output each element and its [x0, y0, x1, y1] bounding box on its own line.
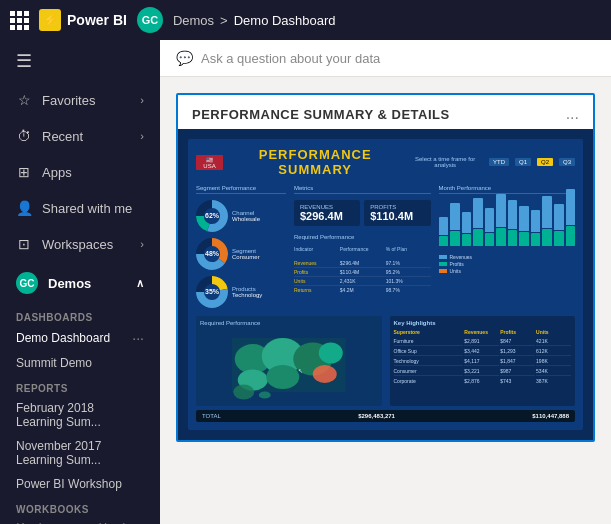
demos-avatar: GC: [16, 272, 38, 294]
key-highlights-container: Key Highlights Superstore Revenues Profi…: [390, 316, 576, 406]
section-title-reports: REPORTS: [0, 375, 160, 396]
bar-profit: [462, 234, 472, 246]
sidebar-item-report-pbi[interactable]: Power BI Workshop: [0, 472, 160, 496]
total-profits: $110,447,888: [532, 413, 569, 419]
required-perf-label: Required Performance: [294, 234, 431, 240]
report-label-nov: November 2017 Learning Sum...: [16, 439, 144, 467]
sidebar-item-report-nov[interactable]: November 2017 Learning Sum...: [0, 434, 160, 472]
segment-metric: 48% Segment Consumer: [196, 238, 286, 270]
main-layout: ☰ ☆ Favorites › ⏱ Recent › ⊞ Apps 👤 Shar…: [0, 40, 611, 524]
content-area: 💬 Ask a question about your data PERFORM…: [160, 40, 611, 524]
bar-group: [496, 194, 506, 246]
section-title-dashboards: DASHBOARDS: [0, 304, 160, 325]
bar-profit: [519, 232, 529, 246]
us-map-container: Required Performance: [196, 316, 382, 406]
sidebar-label-recent: Recent: [42, 129, 83, 144]
row-consumer-prof: $987: [500, 367, 535, 376]
segment-column: Segment Performance 62%: [196, 185, 286, 308]
row-corporate-rev: $2,876: [464, 377, 499, 385]
svg-point-16: [319, 343, 343, 364]
row-office-units: 612K: [536, 347, 571, 356]
perf-title-bar: 🇺🇸 USA PERFORMANCE SUMMARY Select a time…: [196, 147, 575, 177]
chart-column: Month Performance Revenues Profit: [439, 185, 576, 308]
flag-icon: 🇺🇸 USA: [196, 155, 223, 170]
table-row: Revenues$296.4M97.1%: [294, 259, 431, 268]
sidebar-item-demo-dashboard[interactable]: Demo Dashboard ···: [0, 325, 160, 351]
performance-summary-visual[interactable]: 🇺🇸 USA PERFORMANCE SUMMARY Select a time…: [178, 129, 593, 440]
workspace-icon: ⊡: [16, 236, 32, 252]
star-icon: ☆: [16, 92, 32, 108]
bar-group: [554, 204, 564, 246]
col-superstore: Superstore: [394, 328, 464, 336]
sidebar-label-favorites: Favorites: [42, 93, 95, 108]
breadcrumb-page: Demo Dashboard: [234, 13, 336, 28]
perf-cols-header: IndicatorPerformance% of Plan: [294, 246, 431, 252]
sidebar-item-shared[interactable]: 👤 Shared with me: [0, 190, 160, 226]
col-revenues: Revenues: [464, 328, 499, 336]
bar-revenue: [519, 206, 529, 231]
segment-sub: Consumer: [232, 254, 260, 260]
svg-text:↖: ↖: [298, 368, 303, 374]
user-avatar[interactable]: GC: [137, 7, 163, 33]
svg-point-21: [259, 391, 271, 398]
legend-item-units: Units: [439, 268, 576, 274]
us-map-svg: ↖: [200, 329, 378, 404]
card-options-button[interactable]: ...: [566, 105, 579, 123]
row-consumer: Consumer: [394, 367, 464, 376]
more-options-icon[interactable]: ···: [132, 330, 144, 346]
section-title-workbooks: WORKBOOKS: [0, 496, 160, 517]
chevron-right-icon: ›: [140, 238, 144, 250]
chart-header: Month Performance: [439, 185, 576, 194]
ytd-button[interactable]: YTD: [489, 158, 509, 166]
bar-profit: [496, 228, 506, 246]
row-furniture: Furniture: [394, 337, 464, 346]
power-bi-logo: ⚡ Power BI: [39, 9, 127, 31]
breadcrumb-workspace[interactable]: Demos: [173, 13, 214, 28]
hamburger-button[interactable]: ☰: [0, 40, 160, 82]
card-title: PERFORMANCE SUMMARY & DETAILS: [192, 107, 450, 122]
table-row: Units2,431K101.3%: [294, 277, 431, 286]
sidebar-item-demos[interactable]: GC Demos ∧: [0, 262, 160, 304]
channel-metric: 62% Channel Wholesale: [196, 200, 286, 232]
bar-profit: [439, 236, 449, 246]
chevron-down-icon: ∧: [136, 277, 144, 290]
bar-profit: [566, 226, 576, 246]
app-launcher-icon[interactable]: [10, 11, 29, 30]
report-label-feb: February 2018 Learning Sum...: [16, 401, 144, 429]
col-units: Units: [536, 328, 571, 336]
bar-profit: [450, 231, 460, 246]
q1-button[interactable]: Q1: [515, 158, 531, 166]
sidebar-label-demos: Demos: [48, 276, 91, 291]
legend: Revenues Profits Units: [439, 254, 576, 274]
bar-group: [450, 203, 460, 246]
sidebar-item-report-feb[interactable]: February 2018 Learning Sum...: [0, 396, 160, 434]
row-consumer-units: 534K: [536, 367, 571, 376]
bar-profit: [542, 229, 552, 246]
sidebar-item-summit-demo[interactable]: Summit Demo: [0, 351, 160, 375]
bar-group: [485, 208, 495, 246]
total-revenues: $296,483,271: [358, 413, 395, 419]
row-tech-rev: $4,117: [464, 357, 499, 366]
bar-revenue: [473, 198, 483, 228]
q2-button[interactable]: Q2: [537, 158, 553, 166]
qa-bar[interactable]: 💬 Ask a question about your data: [160, 40, 611, 77]
sidebar-label-workspaces: Workspaces: [42, 237, 113, 252]
bar-group: [519, 206, 529, 246]
sidebar-item-apps[interactable]: ⊞ Apps: [0, 154, 160, 190]
bar-revenue: [496, 194, 506, 227]
row-office-rev: $3,442: [464, 347, 499, 356]
person-icon: 👤: [16, 200, 32, 216]
dashboard-label-summit: Summit Demo: [16, 356, 92, 370]
bar-revenue: [462, 212, 472, 233]
bar-group: [566, 189, 576, 246]
row-tech-units: 198K: [536, 357, 571, 366]
svg-point-20: [233, 385, 254, 400]
bar-profit: [531, 233, 541, 246]
svg-point-19: [266, 365, 299, 389]
dashboard-wrapper: PERFORMANCE SUMMARY & DETAILS ... 🇺🇸 USA…: [160, 77, 611, 458]
sidebar-item-workspaces[interactable]: ⊡ Workspaces ›: [0, 226, 160, 262]
sidebar-item-recent[interactable]: ⏱ Recent ›: [0, 118, 160, 154]
bar-revenue: [485, 208, 495, 232]
q3-button[interactable]: Q3: [559, 158, 575, 166]
sidebar-item-favorites[interactable]: ☆ Favorites ›: [0, 82, 160, 118]
